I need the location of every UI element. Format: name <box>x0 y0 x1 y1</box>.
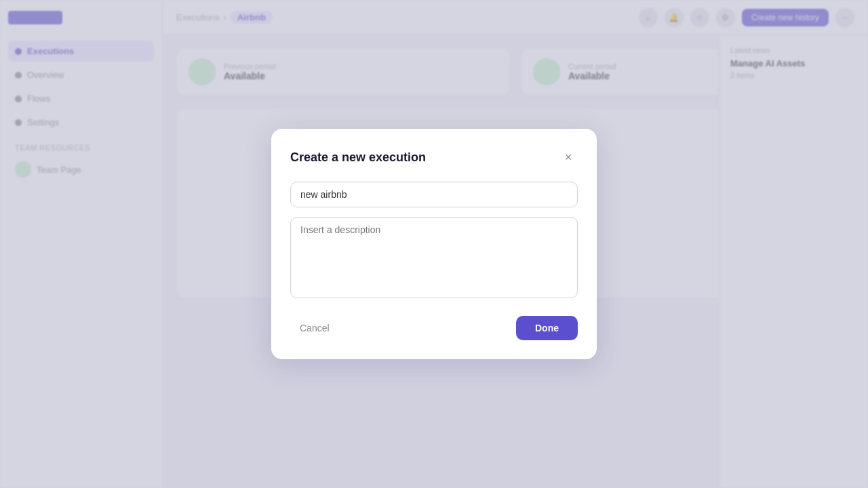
create-execution-modal: Create a new execution × Cancel Done <box>271 129 597 359</box>
modal-footer: Cancel Done <box>290 316 578 340</box>
modal-header: Create a new execution × <box>290 148 578 167</box>
modal-title: Create a new execution <box>290 150 426 165</box>
modal-overlay: Create a new execution × Cancel Done <box>0 0 868 488</box>
done-button[interactable]: Done <box>516 316 578 340</box>
cancel-button[interactable]: Cancel <box>290 317 339 339</box>
execution-description-input[interactable] <box>290 217 578 298</box>
modal-close-button[interactable]: × <box>559 148 578 167</box>
execution-name-input[interactable] <box>290 182 578 207</box>
